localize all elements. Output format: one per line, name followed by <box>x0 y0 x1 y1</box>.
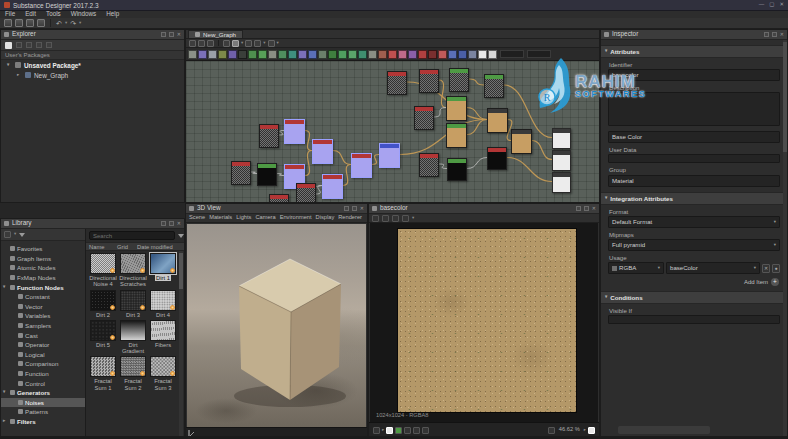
new-package-icon[interactable] <box>4 19 12 27</box>
node-preset-thumb-14[interactable] <box>328 50 337 59</box>
column-name[interactable]: Name <box>89 244 117 250</box>
menu-windows[interactable]: Windows <box>71 11 97 17</box>
active-tool-icon[interactable] <box>232 40 239 47</box>
library-item-fractal-sum-2[interactable]: Fractal Sum 2 <box>118 356 148 391</box>
save-all-icon[interactable] <box>37 19 45 27</box>
active-channel-icon[interactable] <box>386 427 393 434</box>
node-preset-thumb-13[interactable] <box>318 50 327 59</box>
pin-panel-icon[interactable] <box>161 221 166 226</box>
library-item-directional-noise-4[interactable]: Directional Noise 4 <box>88 253 118 288</box>
node-preset-thumb-25[interactable] <box>438 50 447 59</box>
user-data-field[interactable] <box>608 154 780 163</box>
link-package-icon[interactable] <box>16 42 22 48</box>
caret-down-icon[interactable]: ▾ <box>263 41 265 46</box>
library-tree-item-control[interactable]: Control <box>1 378 85 388</box>
graph-node-21-black[interactable] <box>447 158 467 181</box>
graph-node-1-lav[interactable] <box>284 119 305 144</box>
graph-view-icon[interactable] <box>189 40 196 47</box>
graph-tree-item[interactable]: ▸ New_Graph <box>1 70 184 80</box>
node-preset-thumb-2[interactable] <box>208 50 217 59</box>
graph-node-6-lav[interactable] <box>322 174 343 199</box>
library-item-dirt-5[interactable]: Dirt 5 <box>88 320 118 355</box>
node-preset-thumb-29[interactable] <box>478 50 487 59</box>
node-preset-thumb-23[interactable] <box>418 50 427 59</box>
graph-node-17-noise[interactable] <box>414 106 434 130</box>
graph-node-23-out[interactable] <box>552 128 571 149</box>
caret-down-icon[interactable]: ▾ <box>412 216 414 221</box>
usage-components-dropdown[interactable]: RGBA ▾ <box>608 262 664 274</box>
float-panel-icon[interactable] <box>772 32 777 37</box>
library-item-fibers[interactable]: Fibers <box>148 320 178 355</box>
float-panel-icon[interactable] <box>352 206 357 211</box>
blue-channel-icon[interactable] <box>404 427 411 434</box>
close-panel-icon[interactable]: ✕ <box>360 206 364 211</box>
node-preset-thumb-16[interactable] <box>348 50 357 59</box>
material-mode-icon[interactable] <box>254 40 261 47</box>
redo-icon[interactable]: ↷ <box>70 20 76 27</box>
node-preset-thumb-21[interactable] <box>398 50 407 59</box>
usage-name-dropdown[interactable]: baseColor ▾ <box>666 262 760 274</box>
library-tree-item-function[interactable]: Function <box>1 369 85 379</box>
float-panel-icon[interactable] <box>169 221 174 226</box>
node-preset-thumb-15[interactable] <box>338 50 347 59</box>
node-preset-thumb-6[interactable] <box>248 50 257 59</box>
tiling-icon[interactable] <box>382 215 389 222</box>
pin-panel-icon[interactable] <box>344 206 349 211</box>
library-item-dirt-gradient[interactable]: Dirt Gradient <box>118 320 148 355</box>
background-icon[interactable] <box>392 215 399 222</box>
library-item-dirt-2[interactable]: Dirt 2 <box>88 290 118 318</box>
3d-menu-renderer[interactable]: Renderer <box>338 215 362 221</box>
node-preset-thumb-22[interactable] <box>408 50 417 59</box>
add-item-icon[interactable]: + <box>771 278 779 286</box>
library-tree-item-variables[interactable]: Variables <box>1 311 85 321</box>
node-preset-thumb-0[interactable] <box>188 50 197 59</box>
maximize-icon[interactable]: ▢ <box>769 2 774 8</box>
graph-node-22-noise[interactable] <box>419 153 439 177</box>
library-item-fractal-sum-1[interactable]: Fractal Sum 1 <box>88 356 118 391</box>
remove-usage-icon[interactable]: ✕ <box>762 264 770 273</box>
import-icon[interactable] <box>26 42 32 48</box>
usage-options-icon[interactable]: ● <box>772 264 780 273</box>
graph-node-18-tan[interactable] <box>487 108 508 133</box>
format-dropdown[interactable]: Default Format ▾ <box>608 216 780 228</box>
graph-node-3-noise[interactable] <box>231 161 251 185</box>
graph-node-19-tan[interactable] <box>511 129 532 154</box>
library-item-fractal-sum-3[interactable]: Fractal Sum 3 <box>148 356 178 391</box>
size-field[interactable] <box>500 50 524 58</box>
search-input[interactable] <box>89 231 175 240</box>
node-preset-thumb-5[interactable] <box>238 50 247 59</box>
move-tool-icon[interactable] <box>223 40 230 47</box>
node-preset-thumb-11[interactable] <box>298 50 307 59</box>
library-tree-item-samplers[interactable]: Samplers <box>1 321 85 331</box>
undo-icon[interactable]: ↶ <box>56 20 62 27</box>
visible-if-field[interactable] <box>608 315 780 324</box>
graph-node-0-noise[interactable] <box>259 124 279 148</box>
float-panel-icon[interactable] <box>584 206 589 211</box>
node-preset-thumb-28[interactable] <box>468 50 477 59</box>
label-field[interactable]: Base Color <box>608 131 780 143</box>
3d-menu-camera[interactable]: Camera <box>255 215 275 221</box>
add-item-row[interactable]: Add Item + <box>601 278 779 286</box>
library-tree-item-patterns[interactable]: Patterns <box>1 407 85 417</box>
pin-panel-icon[interactable] <box>764 32 769 37</box>
alpha-channel-icon[interactable] <box>413 427 420 434</box>
menu-file[interactable]: File <box>5 11 15 17</box>
node-preset-thumb-1[interactable] <box>198 50 207 59</box>
filter-icon[interactable] <box>19 233 25 237</box>
pin-panel-icon[interactable] <box>576 206 581 211</box>
library-tree-item-filters[interactable]: ▸Filters <box>1 417 85 427</box>
library-tree-item-comparison[interactable]: Comparison <box>1 359 85 369</box>
node-preset-thumb-4[interactable] <box>228 50 237 59</box>
caret-right-icon[interactable]: ▸ <box>17 73 22 78</box>
group-field[interactable]: Material <box>608 175 780 187</box>
library-tree-item-fxmap-nodes[interactable]: FxMap Nodes <box>1 273 85 283</box>
3d-viewport[interactable] <box>187 224 366 427</box>
integration-attributes-section-header[interactable]: ▾ Integration Attributes <box>601 192 787 205</box>
conditions-section-header[interactable]: ▾ Conditions <box>601 291 787 304</box>
2d-viewport[interactable]: 1024x1024 - RGBA8 <box>370 223 598 422</box>
caret-down-icon[interactable]: ▾ <box>14 232 16 237</box>
node-preset-thumb-19[interactable] <box>378 50 387 59</box>
library-tree-item-generators[interactable]: ▾Generators <box>1 388 85 398</box>
mipmaps-dropdown[interactable]: Full pyramid ▾ <box>608 239 780 251</box>
graph-node-11-noise[interactable] <box>387 71 407 95</box>
